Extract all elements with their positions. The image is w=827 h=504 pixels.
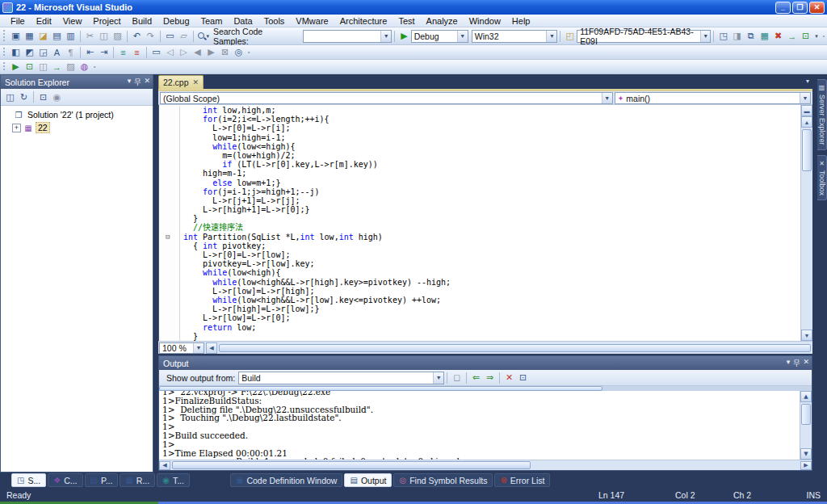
- scroll-left-icon[interactable]: ◀: [159, 461, 170, 470]
- chevron-down-icon[interactable]: ▼: [700, 31, 710, 42]
- code-area[interactable]: int low,high,m; for(i=2;i<=L->length;++i…: [159, 106, 800, 341]
- menu-item[interactable]: Help: [506, 15, 536, 27]
- tree-expander-icon[interactable]: +: [12, 124, 21, 132]
- scroll-up-icon[interactable]: ▲: [801, 116, 812, 128]
- toolbar-overflow-icon[interactable]: ▾: [815, 33, 818, 40]
- next-message-icon[interactable]: ⇒: [483, 372, 497, 384]
- output-source-combo[interactable]: Build▼: [238, 372, 444, 384]
- open-file-icon[interactable]: ◪: [36, 30, 50, 43]
- menu-item[interactable]: File: [5, 15, 31, 27]
- copy-icon[interactable]: ◫: [97, 30, 111, 43]
- member-combo[interactable]: ✦ main()▼: [615, 92, 811, 104]
- decrease-indent-icon[interactable]: ⇤: [83, 46, 97, 59]
- menu-item[interactable]: Project: [87, 15, 126, 27]
- pin-icon[interactable]: 무: [134, 77, 141, 87]
- vm-suspend-icon[interactable]: ◫: [36, 61, 50, 74]
- solution-node[interactable]: ❐ Solution '22' (1 project): [1, 108, 153, 121]
- redo-icon[interactable]: ↷: [144, 30, 157, 43]
- toggle-word-wrap-icon[interactable]: ⊡: [516, 372, 530, 384]
- close-icon[interactable]: ✕: [803, 358, 809, 368]
- menu-item[interactable]: Analyze: [421, 15, 464, 27]
- add-new-item-icon[interactable]: ▦: [23, 30, 36, 43]
- menu-item[interactable]: Build: [127, 15, 157, 27]
- tab-team-explorer[interactable]: ◉ T...: [157, 473, 190, 487]
- scrollbar-splitter-icon[interactable]: ▬: [801, 105, 812, 116]
- previous-bookmark-in-folder-icon[interactable]: ◀: [191, 46, 204, 59]
- tab-error-list[interactable]: ⊗ Error List: [494, 473, 550, 487]
- panel-menu-icon[interactable]: ▾: [128, 77, 132, 87]
- import-export-settings-icon[interactable]: →: [785, 30, 799, 43]
- toolbar-grip[interactable]: [2, 30, 6, 42]
- output-vertical-scrollbar[interactable]: ▲ ▼: [800, 391, 812, 460]
- cut-icon[interactable]: ✂: [83, 30, 97, 43]
- view-class-diagram-icon[interactable]: ◉: [50, 90, 64, 103]
- find-in-files-icon[interactable]: ▱: [177, 30, 191, 43]
- tab-class-view[interactable]: ❖ C...: [48, 473, 82, 487]
- toolbar-options-icon[interactable]: ⹀: [248, 49, 250, 56]
- scroll-down-icon[interactable]: ▼: [800, 448, 812, 460]
- uncomment-selection-icon[interactable]: ≡: [130, 46, 144, 59]
- scrollbar-thumb[interactable]: [802, 129, 812, 171]
- vm-configure-icon[interactable]: ⊡: [23, 61, 36, 74]
- save-all-icon[interactable]: ▥: [64, 30, 78, 43]
- refresh-icon[interactable]: ↻: [17, 90, 31, 103]
- new-project-icon[interactable]: ▣: [9, 30, 23, 43]
- menu-item[interactable]: Window: [464, 15, 506, 27]
- minimize-button[interactable]: _: [775, 2, 791, 14]
- pin-icon[interactable]: 무: [793, 358, 800, 368]
- clear-bookmarks-icon[interactable]: ⊠: [218, 46, 232, 59]
- chevron-down-icon[interactable]: ▼: [800, 93, 810, 103]
- show-all-files-icon[interactable]: ⊡: [36, 90, 50, 103]
- chevron-down-icon[interactable]: ▼: [433, 372, 443, 384]
- solution-platform-combo[interactable]: Win32▼: [472, 30, 558, 43]
- tab-solution-explorer[interactable]: ◳ S...: [11, 473, 46, 487]
- output-horizontal-scrollbar[interactable]: ◀ ▶: [159, 460, 812, 470]
- scope-combo[interactable]: (Global Scope)▼: [160, 92, 613, 104]
- clear-all-icon[interactable]: ✕: [502, 372, 516, 384]
- strip-server-explorer[interactable]: ▥ Server Explorer: [817, 79, 827, 150]
- tab-resource-view[interactable]: ▦ R...: [120, 473, 155, 487]
- collapse-region-icon[interactable]: ⊟: [159, 233, 180, 242]
- menu-item[interactable]: Data: [228, 15, 258, 27]
- object-browser-icon[interactable]: ⧉: [744, 30, 758, 43]
- start-debugging-icon[interactable]: ▶: [401, 31, 407, 41]
- options-icon[interactable]: ✖: [771, 30, 785, 43]
- display-parameter-info-icon[interactable]: ◩: [23, 46, 36, 59]
- properties-window-icon[interactable]: ◨: [730, 30, 744, 43]
- increase-indent-icon[interactable]: ⇥: [97, 46, 111, 59]
- attach-to-process-icon[interactable]: ◰: [563, 30, 577, 43]
- menu-item[interactable]: Tools: [258, 15, 291, 27]
- close-button[interactable]: ✕: [809, 2, 825, 14]
- paste-icon[interactable]: ▨: [111, 30, 124, 43]
- collapse-all-icon[interactable]: ◫: [3, 90, 17, 103]
- menu-item[interactable]: Debug: [157, 15, 195, 27]
- toolbar-grip[interactable]: [2, 62, 6, 72]
- format-document-icon[interactable]: ¶: [64, 46, 78, 59]
- menu-item[interactable]: Team: [195, 15, 229, 27]
- find-symbol-icon[interactable]: ◎: [232, 46, 246, 59]
- vm-snapshot-icon[interactable]: ◍: [78, 61, 91, 74]
- new-query-icon[interactable]: ▦: [758, 30, 771, 43]
- strip-toolbox[interactable]: ✕ Toolbox: [817, 155, 827, 200]
- vm-stop-icon[interactable]: ▨: [64, 61, 78, 74]
- next-bookmark-in-folder-icon[interactable]: ▶: [204, 46, 218, 59]
- zoom-combo[interactable]: 100 %▼: [159, 342, 204, 354]
- restore-button[interactable]: ❐: [792, 2, 808, 14]
- project-node-22[interactable]: + ▦ 22: [1, 121, 153, 134]
- chevron-down-icon[interactable]: ▼: [546, 31, 556, 42]
- tab-code-definition-window[interactable]: ▣ Code Definition Window: [230, 473, 343, 487]
- code-editor[interactable]: int low,high,m; for(i=2;i<=L->length;++i…: [158, 105, 812, 341]
- tab-property-manager[interactable]: ▤ P...: [85, 473, 119, 487]
- menu-item[interactable]: Edit: [31, 15, 57, 27]
- previous-bookmark-icon[interactable]: ◁: [163, 46, 177, 59]
- chevron-down-icon[interactable]: ▼: [380, 31, 391, 42]
- menu-item[interactable]: Test: [393, 15, 420, 27]
- scroll-up-icon[interactable]: ▲: [800, 391, 812, 402]
- solution-explorer-icon[interactable]: ◳: [716, 30, 730, 43]
- tree-expander-icon[interactable]: [2, 111, 11, 120]
- next-bookmark-icon[interactable]: ▷: [177, 46, 191, 59]
- display-word-completion-icon[interactable]: A: [50, 46, 64, 59]
- document-tab-22cpp[interactable]: 22.cpp ✕: [158, 75, 204, 89]
- editor-horizontal-scrollbar[interactable]: [219, 344, 811, 352]
- previous-message-icon[interactable]: ⇐: [469, 372, 483, 384]
